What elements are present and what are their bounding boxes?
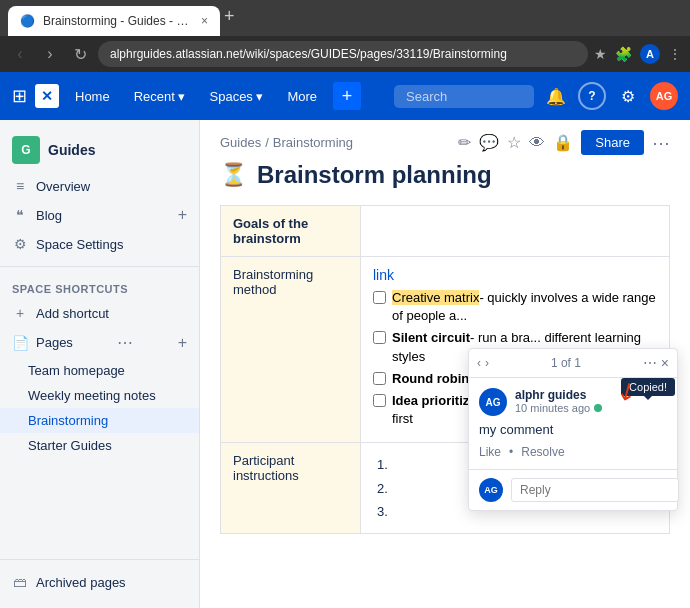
- comment-next-button[interactable]: ›: [485, 356, 489, 370]
- title-emoji: ⏳: [220, 162, 247, 188]
- tab-close-button[interactable]: ×: [201, 14, 208, 28]
- new-tab-button[interactable]: +: [224, 6, 235, 31]
- method-checkbox-1[interactable]: [373, 291, 386, 304]
- bookmark-button[interactable]: ★: [594, 46, 607, 62]
- like-button[interactable]: Like: [479, 445, 501, 459]
- forward-button[interactable]: ›: [38, 45, 62, 63]
- goals-content-cell: [361, 206, 670, 257]
- tab-favicon: 🔵: [20, 14, 35, 28]
- method-checkbox-3[interactable]: [373, 372, 386, 385]
- comment-reply-row: AG: [469, 469, 677, 510]
- comment-icon[interactable]: 💬: [479, 133, 499, 152]
- method-item-1: Creative matrix- quickly involves a wide…: [373, 289, 657, 325]
- comment-more-icon[interactable]: ⋯: [643, 355, 657, 371]
- more-options-icon[interactable]: ⋯: [652, 132, 670, 154]
- goals-header-cell: Goals of the brainstorm: [221, 206, 361, 257]
- url-input[interactable]: [98, 41, 588, 67]
- pages-dots-icon[interactable]: ⋯: [117, 333, 133, 352]
- comment-actions: Like • Resolve: [479, 445, 667, 459]
- sidebar-space-header: G Guides: [0, 132, 199, 172]
- main-content: Guides / Brainstorming ✏ 💬 ☆ 👁 🔒 Share ⋯: [200, 120, 690, 608]
- pages-add-icon[interactable]: +: [178, 334, 187, 352]
- nav-home-link[interactable]: Home: [67, 85, 118, 108]
- sidebar-item-settings[interactable]: ⚙ Space Settings: [0, 230, 199, 258]
- help-icon[interactable]: ?: [578, 82, 606, 110]
- watch-icon[interactable]: 👁: [529, 134, 545, 152]
- comment-prev-button[interactable]: ‹: [477, 356, 481, 370]
- method-label-cell: Brainstorming method: [221, 257, 361, 443]
- address-bar: ‹ › ↻ ★ 🧩 A ⋮: [0, 36, 690, 72]
- nav-recent-link[interactable]: Recent ▾: [126, 85, 194, 108]
- nav-create-button[interactable]: +: [333, 82, 361, 110]
- sidebar-item-starter-guides[interactable]: Starter Guides: [0, 433, 199, 458]
- extension-button[interactable]: 🧩: [615, 46, 632, 62]
- profile-button[interactable]: A: [640, 44, 660, 64]
- sidebar-settings-label: Space Settings: [36, 237, 123, 252]
- method-header-text: Brainstorming method: [233, 267, 348, 297]
- user-avatar[interactable]: AG: [650, 82, 678, 110]
- sidebar-bottom: 🗃 Archived pages: [0, 551, 199, 596]
- sidebar-item-overview[interactable]: ≡ Overview: [0, 172, 199, 200]
- online-status-dot: [594, 404, 602, 412]
- method-item-1-label: Creative matrix- quickly involves a wide…: [392, 289, 657, 325]
- breadcrumb-parent-link[interactable]: Guides: [220, 135, 261, 150]
- blog-icon: ❝: [12, 207, 28, 223]
- weekly-notes-label: Weekly meeting notes: [28, 388, 156, 403]
- highlight-creative-matrix: Creative matrix: [392, 290, 479, 305]
- sidebar-archived-pages[interactable]: 🗃 Archived pages: [0, 568, 199, 596]
- comment-text: my comment: [479, 422, 667, 437]
- blog-add-icon[interactable]: +: [178, 206, 187, 224]
- nav-more-link[interactable]: More: [279, 85, 325, 108]
- sidebar-item-team-homepage[interactable]: Team homepage: [0, 358, 199, 383]
- sidebar-pages-label: Pages: [36, 335, 73, 350]
- sidebar-bottom-divider: [0, 559, 199, 560]
- nav-spaces-link[interactable]: Spaces ▾: [202, 85, 272, 108]
- page-title: ⏳ Brainstorm planning: [220, 161, 670, 189]
- notification-bell-icon[interactable]: 🔔: [542, 82, 570, 110]
- reply-input[interactable]: [511, 478, 679, 502]
- breadcrumb-actions: ✏ 💬 ☆ 👁 🔒 Share ⋯: [458, 130, 670, 155]
- sidebar-blog-label: Blog: [36, 208, 62, 223]
- page-title-area: ⏳ Brainstorm planning: [200, 161, 690, 205]
- star-icon[interactable]: ☆: [507, 133, 521, 152]
- starter-guides-label: Starter Guides: [28, 438, 112, 453]
- shortcuts-label: SPACE SHORTCUTS: [0, 275, 199, 299]
- brainstorming-label: Brainstorming: [28, 413, 108, 428]
- confluence-logo[interactable]: ✕: [35, 84, 59, 108]
- sidebar-add-shortcut-label: Add shortcut: [36, 306, 109, 321]
- reload-button[interactable]: ↻: [68, 45, 92, 64]
- sidebar-add-shortcut[interactable]: + Add shortcut: [0, 299, 199, 327]
- edit-icon[interactable]: ✏: [458, 133, 471, 152]
- method-link[interactable]: link: [373, 267, 394, 283]
- breadcrumb-separator: /: [265, 135, 269, 150]
- title-text: Brainstorm planning: [257, 161, 492, 189]
- breadcrumb-current: Brainstorming: [273, 135, 353, 150]
- top-navigation: ⊞ ✕ Home Recent ▾ Spaces ▾ More + 🔔 ? ⚙ …: [0, 72, 690, 120]
- logo-icon: ✕: [41, 88, 53, 104]
- browser-action-buttons: ★ 🧩 A ⋮: [594, 44, 682, 64]
- tab-title: Brainstorming - Guides - Conflu...: [43, 14, 193, 28]
- grid-menu-icon[interactable]: ⊞: [12, 85, 27, 107]
- comment-close-icon[interactable]: ×: [661, 355, 669, 371]
- back-button[interactable]: ‹: [8, 45, 32, 63]
- browser-tabs-bar: 🔵 Brainstorming - Guides - Conflu... × +: [0, 0, 690, 36]
- sidebar-item-brainstorming[interactable]: Brainstorming: [0, 408, 199, 433]
- settings-icon[interactable]: ⚙: [614, 82, 642, 110]
- search-input[interactable]: [394, 85, 534, 108]
- arrow-indicator: ↙: [617, 377, 637, 405]
- active-tab[interactable]: 🔵 Brainstorming - Guides - Conflu... ×: [8, 6, 220, 36]
- sidebar-divider: [0, 266, 199, 267]
- comment-popup: ‹ › 1 of 1 ⋯ × AG alphr guides 10 minute…: [468, 348, 678, 511]
- method-checkbox-4[interactable]: [373, 394, 386, 407]
- settings-gear-icon: ⚙: [12, 236, 28, 252]
- restrict-icon[interactable]: 🔒: [553, 133, 573, 152]
- participant-label-cell: Participant instructions: [221, 443, 361, 534]
- sidebar-item-weekly-notes[interactable]: Weekly meeting notes: [0, 383, 199, 408]
- method-checkbox-2[interactable]: [373, 331, 386, 344]
- menu-button[interactable]: ⋮: [668, 46, 682, 62]
- archive-icon: 🗃: [12, 574, 28, 590]
- sidebar-item-pages[interactable]: 📄 Pages ⋯ +: [0, 327, 199, 358]
- share-button[interactable]: Share: [581, 130, 644, 155]
- resolve-button[interactable]: Resolve: [521, 445, 564, 459]
- sidebar-item-blog[interactable]: ❝ Blog +: [0, 200, 199, 230]
